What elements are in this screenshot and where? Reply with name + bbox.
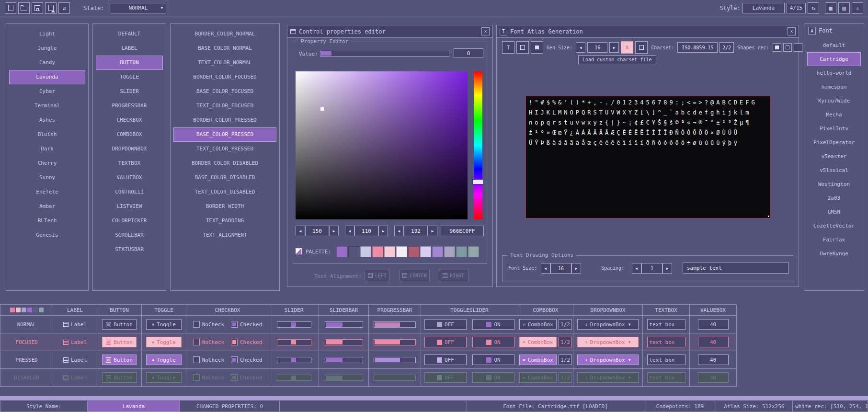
red-value-box[interactable]: 150 — [305, 226, 329, 236]
export-style-button[interactable] — [45, 2, 57, 14]
hex-color-box[interactable]: 966EC0FF — [441, 226, 484, 236]
font-size-value-box[interactable]: 16 — [550, 263, 571, 274]
style-list-item[interactable]: Sunny — [9, 171, 85, 185]
property-list-item[interactable]: BORDER_WIDTH — [173, 199, 276, 214]
style-list-item[interactable]: Candy — [9, 56, 85, 70]
palette-swatch[interactable] — [360, 246, 371, 257]
controls-table-button[interactable]: ▦ — [825, 2, 836, 14]
toggle-demo[interactable]: ▲ Toggle — [146, 355, 182, 365]
control-list-item[interactable]: CHECKBOX — [96, 113, 163, 127]
slider-knob[interactable] — [291, 340, 296, 344]
combobox-demo[interactable]: ⇄ ComboBox — [519, 372, 557, 383]
dropdownbox-demo[interactable]: ⇕ DropdownBox ▼ — [577, 319, 639, 330]
spacing-decrease-button[interactable]: ◀ — [632, 263, 641, 274]
property-list-item[interactable]: BORDER_COLOR_NORMAL — [173, 27, 276, 41]
slider-demo[interactable] — [277, 375, 311, 381]
font-atlas-close-button[interactable]: × — [788, 27, 796, 35]
combobox-index[interactable]: 1/2 — [559, 319, 572, 330]
slider-demo[interactable] — [277, 357, 311, 363]
property-list-item[interactable]: TEXT_ALIGNMENT — [173, 228, 276, 242]
atlas-export-button[interactable] — [531, 41, 543, 54]
color-picker-cursor[interactable] — [320, 107, 324, 111]
style-list-item[interactable]: Bluish — [9, 127, 85, 142]
palette-swatch[interactable] — [468, 246, 479, 257]
style-list-item[interactable]: Jungle — [9, 41, 85, 56]
toggleslider-on[interactable]: ON — [472, 372, 514, 383]
hue-slider[interactable] — [474, 71, 482, 219]
save-style-button[interactable] — [32, 2, 43, 14]
control-list-item[interactable]: PROGRESSBAR — [96, 99, 163, 113]
font-list-item[interactable]: default — [807, 38, 861, 52]
style-list-item[interactable]: Cherry — [9, 156, 85, 171]
blue-decrease-button[interactable]: ◀ — [394, 226, 404, 236]
editor-titlebar[interactable]: Control properties editor × — [287, 25, 492, 38]
control-list-item[interactable]: CONTROL11 — [96, 185, 163, 199]
font-list-item[interactable]: Kyrou7Wide — [807, 94, 861, 108]
palette-swatch[interactable] — [420, 246, 431, 257]
control-list-item[interactable]: BUTTON — [96, 56, 163, 70]
dropdownbox-demo[interactable]: ⇕ DropdownBox ▼ — [577, 355, 639, 365]
atlas-view-button[interactable] — [516, 41, 529, 54]
charset-option-button[interactable] — [635, 41, 648, 54]
palette-swatch[interactable] — [396, 246, 407, 257]
font-size-decrease-button[interactable]: ◀ — [541, 263, 550, 274]
control-list-item[interactable]: DEFAULT — [96, 27, 163, 41]
align-left-button[interactable]: LEFT — [365, 270, 390, 281]
font-size-increase-button[interactable]: ▶ — [571, 263, 581, 274]
property-list-item[interactable]: BASE_COLOR_PRESSED — [173, 127, 276, 142]
combobox-index[interactable]: 1/2 — [559, 372, 572, 383]
font-list-item[interactable]: v5loxical — [807, 163, 861, 177]
spacing-value-box[interactable]: 1 — [641, 263, 662, 274]
toggleslider-off[interactable]: OFF — [424, 372, 467, 383]
control-list-item[interactable]: COLORPICKER — [96, 214, 163, 228]
font-list-item[interactable]: homespun — [807, 80, 861, 94]
checkbox-unchecked[interactable] — [193, 339, 200, 345]
checkbox-unchecked[interactable] — [193, 321, 200, 328]
font-list-item[interactable]: v5easter — [807, 149, 861, 163]
color-saturation-panel[interactable] — [296, 71, 468, 219]
textbox-demo[interactable]: text box — [647, 337, 685, 347]
control-list-item[interactable]: STATUSBAR — [96, 242, 163, 257]
sliderbar-demo[interactable] — [325, 339, 363, 345]
font-list-item[interactable]: Fairfax — [807, 233, 861, 247]
sliderbar-demo[interactable] — [325, 357, 363, 363]
control-list-item[interactable]: VALUEBOX — [96, 171, 163, 185]
font-atlas-preview[interactable]: !"#$%&'()*+,-./0123456789:;<=>?@ABCDEFGH… — [525, 96, 771, 218]
font-list-item[interactable]: 2a03 — [807, 191, 861, 205]
open-style-button[interactable] — [18, 2, 30, 14]
button-demo[interactable]: Button — [102, 337, 137, 347]
font-list-item[interactable]: OwreKynge — [807, 247, 861, 261]
checkbox-checked[interactable] — [231, 356, 238, 363]
button-demo[interactable]: Button — [102, 372, 137, 383]
sliderbar-demo[interactable] — [325, 375, 363, 381]
sample-text-input[interactable] — [683, 263, 789, 274]
combobox-demo[interactable]: ⇄ ComboBox — [519, 319, 557, 330]
palette-swatch[interactable] — [444, 246, 455, 257]
button-demo[interactable]: Button — [102, 319, 137, 330]
property-list-item[interactable]: TEXT_COLOR_NORMAL — [173, 56, 276, 70]
control-list-item[interactable]: SCROLLBAR — [96, 228, 163, 242]
randomize-style-button[interactable]: ⇄ — [58, 2, 70, 14]
font-atlas-titlebar[interactable]: T Font Atlas Generation × — [497, 25, 799, 38]
control-list-item[interactable]: TOGGLE — [96, 70, 163, 84]
property-list-item[interactable]: BORDER_COLOR_DISABLED — [173, 156, 276, 171]
slider-knob[interactable] — [291, 376, 296, 380]
button-demo[interactable]: Button — [102, 355, 137, 365]
combobox-index[interactable]: 1/2 — [559, 337, 572, 347]
toggleslider-on[interactable]: ON — [472, 355, 514, 365]
checkbox-checked[interactable] — [231, 339, 238, 345]
palette-swatch[interactable] — [408, 246, 419, 257]
valuebox-demo[interactable]: 40 — [698, 337, 729, 347]
style-list-item[interactable]: Amber — [9, 199, 85, 214]
align-center-button[interactable]: CENTER — [400, 270, 430, 281]
toggleslider-on[interactable]: ON — [472, 319, 514, 330]
combobox-demo[interactable]: ⇄ ComboBox — [519, 337, 557, 347]
palette-swatch[interactable] — [348, 246, 359, 257]
property-list-item[interactable]: TEXT_COLOR_PRESSED — [173, 142, 276, 156]
font-list-item[interactable]: GMSN — [807, 205, 861, 219]
checkbox-unchecked[interactable] — [193, 356, 200, 363]
gen-size-decrease-button[interactable]: ◀ — [576, 42, 585, 53]
slider-demo[interactable] — [277, 321, 311, 328]
textbox-demo[interactable]: text box — [647, 372, 685, 383]
shapes-rec-checkbox-3[interactable] — [794, 43, 802, 52]
